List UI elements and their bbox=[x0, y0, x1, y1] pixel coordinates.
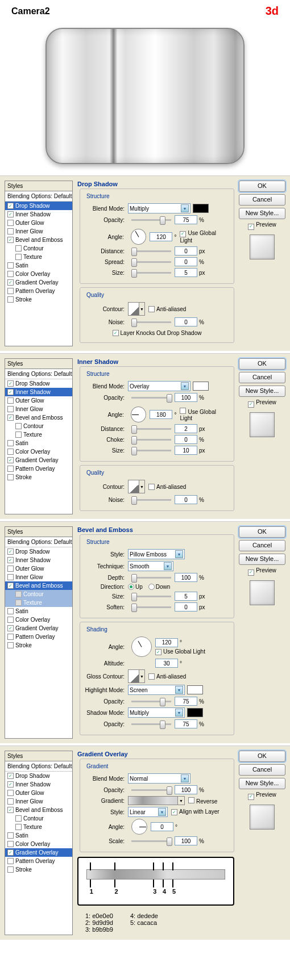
checkbox-icon[interactable] bbox=[7, 625, 14, 631]
anti-aliased-checkbox[interactable] bbox=[148, 484, 155, 490]
slider[interactable] bbox=[131, 261, 171, 263]
style-item-innerShadow[interactable]: Inner Shadow bbox=[5, 210, 72, 219]
use-global-checkbox[interactable] bbox=[155, 649, 161, 655]
style-item-innerShadow[interactable]: Inner Shadow bbox=[5, 780, 72, 789]
checkbox-icon[interactable] bbox=[7, 397, 14, 404]
checkbox-icon[interactable] bbox=[7, 449, 14, 455]
number-input[interactable] bbox=[155, 638, 178, 647]
angle-dial[interactable] bbox=[131, 407, 147, 422]
color-swatch[interactable] bbox=[187, 685, 203, 694]
dropdown[interactable]: Screen▼ bbox=[128, 685, 185, 695]
number-input[interactable] bbox=[175, 268, 197, 277]
number-input[interactable] bbox=[151, 822, 173, 831]
dropdown[interactable]: Multiply▼ bbox=[128, 707, 185, 718]
checkbox-icon[interactable] bbox=[7, 617, 14, 623]
checkbox-icon[interactable] bbox=[15, 591, 22, 597]
style-item-bevel[interactable]: Bevel and Emboss bbox=[5, 806, 72, 814]
dropdown[interactable]: Smooth▼ bbox=[128, 561, 173, 571]
anti-aliased-checkbox[interactable] bbox=[148, 673, 155, 680]
checkbox-icon[interactable] bbox=[7, 203, 14, 209]
new-style-button[interactable]: New Style... bbox=[239, 554, 285, 565]
preview-checkbox[interactable] bbox=[248, 401, 254, 408]
style-item-outerGlow[interactable]: Outer Glow bbox=[5, 564, 72, 573]
number-input[interactable] bbox=[155, 659, 178, 668]
slider[interactable] bbox=[131, 219, 171, 221]
contour-swatch[interactable]: ▼ bbox=[128, 480, 145, 493]
style-item-colorOverlay[interactable]: Color Overlay bbox=[5, 270, 72, 278]
style-item-satin[interactable]: Satin bbox=[5, 831, 72, 840]
checkbox-icon[interactable] bbox=[7, 380, 14, 387]
gradient-color-stop[interactable] bbox=[163, 880, 168, 886]
style-item-colorOverlay[interactable]: Color Overlay bbox=[5, 840, 72, 848]
number-input[interactable] bbox=[150, 410, 172, 419]
number-input[interactable] bbox=[175, 573, 197, 582]
checkbox-icon[interactable] bbox=[7, 279, 14, 286]
style-item-satin[interactable]: Satin bbox=[5, 261, 72, 270]
checkbox-icon[interactable] bbox=[15, 600, 22, 606]
color-swatch[interactable] bbox=[193, 382, 209, 391]
dropdown[interactable]: Linear▼ bbox=[128, 807, 168, 817]
color-swatch[interactable] bbox=[187, 708, 203, 717]
style-item-dropShadow[interactable]: Drop Shadow bbox=[5, 379, 72, 388]
radio-up[interactable] bbox=[128, 584, 134, 590]
slider[interactable] bbox=[131, 577, 171, 579]
preview-checkbox[interactable] bbox=[248, 794, 254, 800]
checkbox-icon[interactable] bbox=[7, 634, 14, 640]
style-item-gradientOverlay[interactable]: Gradient Overlay bbox=[5, 624, 72, 633]
style-item-contour[interactable]: Contour bbox=[5, 422, 72, 430]
slider[interactable] bbox=[131, 250, 171, 252]
gradient-opacity-stop[interactable] bbox=[153, 863, 159, 869]
style-item-outerGlow[interactable]: Outer Glow bbox=[5, 789, 72, 797]
style-item-innerGlow[interactable]: Inner Glow bbox=[5, 227, 72, 236]
dropdown[interactable]: Overlay▼ bbox=[128, 381, 190, 391]
number-input[interactable] bbox=[175, 446, 197, 455]
slider[interactable] bbox=[131, 397, 171, 399]
style-item-innerShadow[interactable]: Inner Shadow bbox=[5, 388, 72, 396]
checkbox-icon[interactable] bbox=[7, 271, 14, 277]
gradient-opacity-stop[interactable] bbox=[90, 863, 96, 869]
ok-button[interactable]: OK bbox=[239, 181, 285, 192]
checkbox-icon[interactable] bbox=[7, 440, 14, 446]
style-item-outerGlow[interactable]: Outer Glow bbox=[5, 396, 72, 405]
style-item-texture[interactable]: Texture bbox=[5, 598, 72, 607]
number-input[interactable] bbox=[175, 257, 197, 266]
slider[interactable] bbox=[131, 439, 171, 441]
style-item-satin[interactable]: Satin bbox=[5, 607, 72, 615]
style-item-gradientOverlay[interactable]: Gradient Overlay bbox=[5, 848, 72, 857]
number-input[interactable] bbox=[175, 697, 197, 706]
slider[interactable] bbox=[131, 428, 171, 430]
checkbox-icon[interactable] bbox=[7, 849, 14, 856]
style-item-colorOverlay[interactable]: Color Overlay bbox=[5, 447, 72, 456]
style-item-stroke[interactable]: Stroke bbox=[5, 865, 72, 874]
style-item-stroke[interactable]: Stroke bbox=[5, 473, 72, 481]
contour-swatch[interactable]: ▼ bbox=[128, 302, 145, 316]
style-item-innerShadow[interactable]: Inner Shadow bbox=[5, 556, 72, 564]
checkbox-icon[interactable] bbox=[7, 211, 14, 217]
checkbox-icon[interactable] bbox=[7, 414, 14, 421]
use-global-checkbox[interactable] bbox=[180, 408, 186, 414]
number-input[interactable] bbox=[175, 785, 197, 794]
checkbox-icon[interactable] bbox=[7, 807, 14, 813]
checkbox-icon[interactable] bbox=[7, 296, 14, 303]
slider[interactable] bbox=[131, 450, 171, 451]
style-item-texture[interactable]: Texture bbox=[5, 823, 72, 831]
style-item-innerGlow[interactable]: Inner Glow bbox=[5, 573, 72, 581]
number-input[interactable] bbox=[175, 836, 197, 845]
style-item-satin[interactable]: Satin bbox=[5, 439, 72, 447]
style-item-contour[interactable]: Contour bbox=[5, 590, 72, 598]
gradient-swatch[interactable]: ▼ bbox=[128, 796, 185, 805]
anti-aliased-checkbox[interactable] bbox=[148, 306, 155, 312]
slider[interactable] bbox=[131, 499, 171, 501]
style-item-innerGlow[interactable]: Inner Glow bbox=[5, 797, 72, 806]
cancel-button[interactable]: Cancel bbox=[239, 194, 285, 206]
checkbox-icon[interactable] bbox=[15, 254, 22, 260]
slider[interactable] bbox=[131, 723, 171, 725]
gradient-opacity-stop[interactable] bbox=[114, 863, 120, 869]
style-item-bevel[interactable]: Bevel and Emboss bbox=[5, 413, 72, 422]
gradient-color-stop[interactable] bbox=[153, 880, 159, 886]
checkbox-icon[interactable] bbox=[7, 457, 14, 463]
checkbox-icon[interactable] bbox=[7, 841, 14, 847]
number-input[interactable] bbox=[175, 719, 197, 728]
slider[interactable] bbox=[131, 606, 171, 608]
checkbox-icon[interactable] bbox=[7, 262, 14, 269]
